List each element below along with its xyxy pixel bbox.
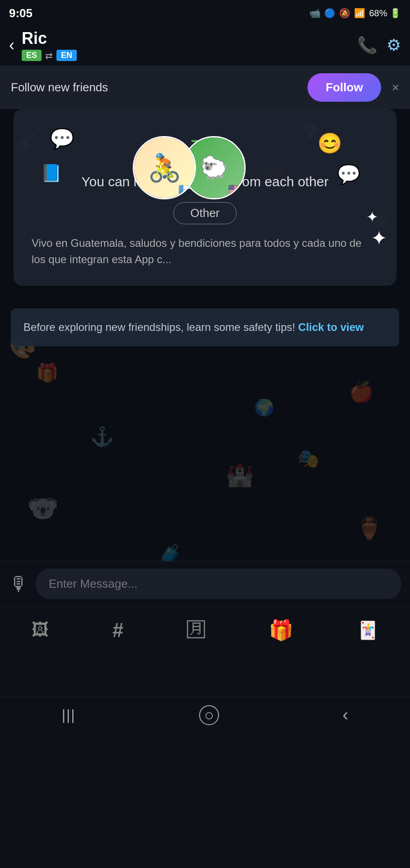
camera-icon: 📹 <box>309 8 321 19</box>
sticker-smile: 😊 <box>317 132 342 155</box>
message-input-area: 🎙 <box>0 561 410 606</box>
sticker-button[interactable]: 🃏 <box>357 620 378 640</box>
safety-link[interactable]: Click to view <box>298 321 363 333</box>
profile-description: Vivo en Guatemala, saludos y bendiciones… <box>32 235 378 268</box>
lang-badge-es: ES <box>22 50 42 61</box>
nav-home-button[interactable]: ○ <box>199 705 219 725</box>
hashtag-button[interactable]: # <box>112 619 123 642</box>
lang-arrow-icon: ⇄ <box>45 50 53 61</box>
sparkle-icon-2: ✦ <box>371 226 387 250</box>
gallery-button[interactable]: 🖼 <box>32 620 49 640</box>
chat-area: 🎸 🎃 🧸 🎨 🍎 ⚓ 🎭 🐨 🏺 🧳 🎁 🌍 ⚙ 💎 🏰 💬 😊 📘 💬 ✦ … <box>0 109 410 561</box>
sparkle-icon-1: ✦ <box>366 208 378 226</box>
language-badges: ES ⇄ EN <box>22 50 350 61</box>
avatars-section: 💬 😊 📘 💬 ✦ ✦ 🚴 🇬🇹 🐑 🇺🇸 ★ <box>14 136 396 208</box>
safety-text: Before exploring new friendships, learn … <box>23 321 295 333</box>
guatemala-flag: 🇬🇹 <box>178 183 193 197</box>
nav-menu-button[interactable]: ||| <box>62 707 76 723</box>
spacer <box>0 733 410 823</box>
avatar-pair: 🚴 🇬🇹 🐑 🇺🇸 ★ ● ▬ ▬ <box>133 136 277 208</box>
follow-button[interactable]: Follow <box>308 73 381 102</box>
mic-button[interactable]: 🎙 <box>9 573 29 595</box>
bottom-toolbar: 🖼 # 🈷 🎁 🃏 <box>0 606 410 651</box>
safety-banner: Before exploring new friendships, learn … <box>11 308 399 346</box>
nav-back-button[interactable]: ‹ <box>343 705 349 725</box>
message-input[interactable] <box>36 569 401 599</box>
status-icons: 📹 🔵 🔕 📶 68% 🔋 <box>309 8 401 19</box>
mute-icon: 🔕 <box>339 8 350 19</box>
gift-button[interactable]: 🎁 <box>269 618 294 642</box>
signal-icon: 📶 <box>354 8 365 19</box>
nav-bar: ||| ○ ‹ <box>0 697 410 733</box>
sticker-blue-square: 📘 <box>41 163 62 183</box>
us-flag: 🇺🇸 <box>228 183 242 197</box>
contact-info: Ric ES ⇄ EN <box>22 29 350 61</box>
contact-name: Ric <box>22 29 350 48</box>
top-bar-actions: 📞 ⚙ <box>357 36 401 55</box>
follow-banner-text: Follow new friends <box>11 80 300 94</box>
sticker-chat-purple: 💬 <box>337 163 360 185</box>
profile-card-wrapper: 💬 😊 📘 💬 ✦ ✦ 🚴 🇬🇹 🐑 🇺🇸 ★ <box>0 109 410 299</box>
lang-badge-en: EN <box>56 50 77 61</box>
call-button[interactable]: 📞 <box>357 36 377 55</box>
avatar-user: 🚴 🇬🇹 <box>133 136 196 199</box>
translate-button[interactable]: 🈷 <box>187 620 205 640</box>
back-button[interactable]: ‹ <box>9 37 14 53</box>
status-time: 9:05 <box>9 6 33 20</box>
sticker-chat-blue: 💬 <box>50 127 75 151</box>
settings-button[interactable]: ⚙ <box>387 36 401 55</box>
follow-banner: Follow new friends Follow × <box>0 66 410 109</box>
close-follow-banner-button[interactable]: × <box>392 80 399 95</box>
bluetooth-icon: 🔵 <box>324 8 335 19</box>
top-bar: ‹ Ric ES ⇄ EN 📞 ⚙ <box>0 24 410 66</box>
status-bar: 9:05 📹 🔵 🔕 📶 68% 🔋 <box>0 0 410 24</box>
battery-label: 68% 🔋 <box>369 8 401 19</box>
